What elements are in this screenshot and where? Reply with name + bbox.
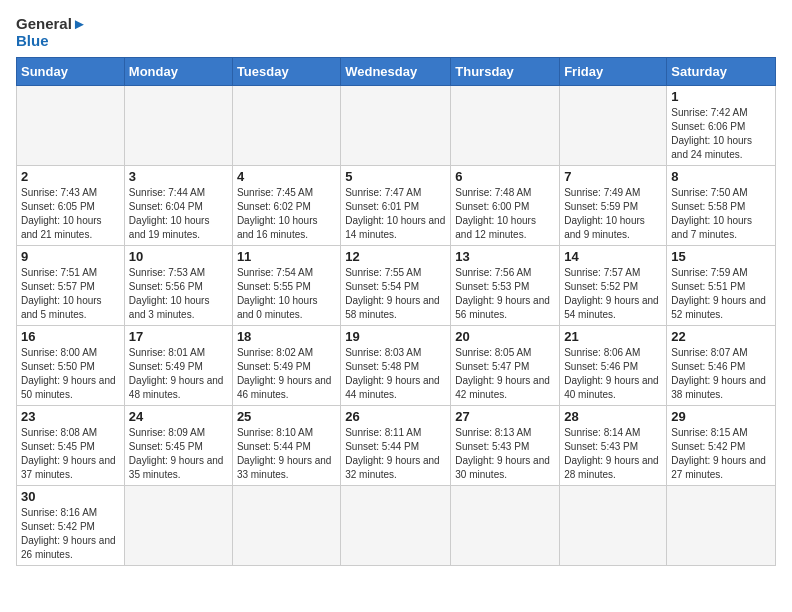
- weekday-header-sunday: Sunday: [17, 58, 125, 86]
- day-info: Sunrise: 7:57 AMSunset: 5:52 PMDaylight:…: [564, 266, 662, 322]
- day-number: 8: [671, 169, 771, 184]
- day-number: 21: [564, 329, 662, 344]
- calendar-cell: 8Sunrise: 7:50 AMSunset: 5:58 PMDaylight…: [667, 166, 776, 246]
- day-info: Sunrise: 7:55 AMSunset: 5:54 PMDaylight:…: [345, 266, 446, 322]
- calendar-cell: 21Sunrise: 8:06 AMSunset: 5:46 PMDayligh…: [560, 326, 667, 406]
- calendar-cell: 17Sunrise: 8:01 AMSunset: 5:49 PMDayligh…: [124, 326, 232, 406]
- calendar-cell: 5Sunrise: 7:47 AMSunset: 6:01 PMDaylight…: [341, 166, 451, 246]
- day-info: Sunrise: 8:01 AMSunset: 5:49 PMDaylight:…: [129, 346, 228, 402]
- calendar-cell: [451, 86, 560, 166]
- day-number: 29: [671, 409, 771, 424]
- day-number: 5: [345, 169, 446, 184]
- day-info: Sunrise: 7:43 AMSunset: 6:05 PMDaylight:…: [21, 186, 120, 242]
- calendar-week-5: 23Sunrise: 8:08 AMSunset: 5:45 PMDayligh…: [17, 406, 776, 486]
- calendar-cell: 2Sunrise: 7:43 AMSunset: 6:05 PMDaylight…: [17, 166, 125, 246]
- calendar-cell: 27Sunrise: 8:13 AMSunset: 5:43 PMDayligh…: [451, 406, 560, 486]
- day-info: Sunrise: 8:02 AMSunset: 5:49 PMDaylight:…: [237, 346, 336, 402]
- day-number: 17: [129, 329, 228, 344]
- calendar-cell: 3Sunrise: 7:44 AMSunset: 6:04 PMDaylight…: [124, 166, 232, 246]
- calendar-cell: 4Sunrise: 7:45 AMSunset: 6:02 PMDaylight…: [232, 166, 340, 246]
- day-number: 12: [345, 249, 446, 264]
- day-number: 4: [237, 169, 336, 184]
- logo-blue-text: Blue: [16, 33, 87, 50]
- logo: General► Blue: [16, 16, 87, 49]
- day-number: 7: [564, 169, 662, 184]
- weekday-header-row: SundayMondayTuesdayWednesdayThursdayFrid…: [17, 58, 776, 86]
- day-number: 27: [455, 409, 555, 424]
- calendar-cell: 1Sunrise: 7:42 AMSunset: 6:06 PMDaylight…: [667, 86, 776, 166]
- day-info: Sunrise: 8:00 AMSunset: 5:50 PMDaylight:…: [21, 346, 120, 402]
- calendar-cell: [560, 486, 667, 566]
- day-number: 30: [21, 489, 120, 504]
- day-number: 22: [671, 329, 771, 344]
- day-info: Sunrise: 8:08 AMSunset: 5:45 PMDaylight:…: [21, 426, 120, 482]
- calendar-week-6: 30Sunrise: 8:16 AMSunset: 5:42 PMDayligh…: [17, 486, 776, 566]
- calendar-cell: 29Sunrise: 8:15 AMSunset: 5:42 PMDayligh…: [667, 406, 776, 486]
- day-number: 9: [21, 249, 120, 264]
- calendar-week-3: 9Sunrise: 7:51 AMSunset: 5:57 PMDaylight…: [17, 246, 776, 326]
- weekday-header-monday: Monday: [124, 58, 232, 86]
- calendar-cell: [667, 486, 776, 566]
- calendar-week-1: 1Sunrise: 7:42 AMSunset: 6:06 PMDaylight…: [17, 86, 776, 166]
- day-info: Sunrise: 7:50 AMSunset: 5:58 PMDaylight:…: [671, 186, 771, 242]
- calendar-cell: 24Sunrise: 8:09 AMSunset: 5:45 PMDayligh…: [124, 406, 232, 486]
- calendar-cell: 30Sunrise: 8:16 AMSunset: 5:42 PMDayligh…: [17, 486, 125, 566]
- day-number: 10: [129, 249, 228, 264]
- day-number: 13: [455, 249, 555, 264]
- day-info: Sunrise: 8:14 AMSunset: 5:43 PMDaylight:…: [564, 426, 662, 482]
- day-info: Sunrise: 8:16 AMSunset: 5:42 PMDaylight:…: [21, 506, 120, 562]
- day-info: Sunrise: 7:56 AMSunset: 5:53 PMDaylight:…: [455, 266, 555, 322]
- weekday-header-saturday: Saturday: [667, 58, 776, 86]
- calendar-cell: 26Sunrise: 8:11 AMSunset: 5:44 PMDayligh…: [341, 406, 451, 486]
- day-info: Sunrise: 7:44 AMSunset: 6:04 PMDaylight:…: [129, 186, 228, 242]
- day-info: Sunrise: 8:07 AMSunset: 5:46 PMDaylight:…: [671, 346, 771, 402]
- calendar-cell: [232, 486, 340, 566]
- day-info: Sunrise: 7:42 AMSunset: 6:06 PMDaylight:…: [671, 106, 771, 162]
- day-info: Sunrise: 8:10 AMSunset: 5:44 PMDaylight:…: [237, 426, 336, 482]
- calendar-cell: 22Sunrise: 8:07 AMSunset: 5:46 PMDayligh…: [667, 326, 776, 406]
- day-number: 26: [345, 409, 446, 424]
- day-number: 14: [564, 249, 662, 264]
- day-info: Sunrise: 7:59 AMSunset: 5:51 PMDaylight:…: [671, 266, 771, 322]
- calendar-cell: 18Sunrise: 8:02 AMSunset: 5:49 PMDayligh…: [232, 326, 340, 406]
- day-info: Sunrise: 7:48 AMSunset: 6:00 PMDaylight:…: [455, 186, 555, 242]
- logo-blue: ►: [72, 15, 87, 32]
- logo: General► Blue: [16, 16, 87, 49]
- calendar-cell: 11Sunrise: 7:54 AMSunset: 5:55 PMDayligh…: [232, 246, 340, 326]
- day-number: 24: [129, 409, 228, 424]
- day-info: Sunrise: 8:13 AMSunset: 5:43 PMDaylight:…: [455, 426, 555, 482]
- day-number: 1: [671, 89, 771, 104]
- calendar-cell: 15Sunrise: 7:59 AMSunset: 5:51 PMDayligh…: [667, 246, 776, 326]
- weekday-header-thursday: Thursday: [451, 58, 560, 86]
- day-info: Sunrise: 7:49 AMSunset: 5:59 PMDaylight:…: [564, 186, 662, 242]
- day-number: 11: [237, 249, 336, 264]
- day-info: Sunrise: 8:06 AMSunset: 5:46 PMDaylight:…: [564, 346, 662, 402]
- calendar-cell: [560, 86, 667, 166]
- calendar-cell: [341, 86, 451, 166]
- calendar-cell: 7Sunrise: 7:49 AMSunset: 5:59 PMDaylight…: [560, 166, 667, 246]
- day-info: Sunrise: 8:09 AMSunset: 5:45 PMDaylight:…: [129, 426, 228, 482]
- calendar-cell: 20Sunrise: 8:05 AMSunset: 5:47 PMDayligh…: [451, 326, 560, 406]
- day-number: 15: [671, 249, 771, 264]
- calendar-cell: 10Sunrise: 7:53 AMSunset: 5:56 PMDayligh…: [124, 246, 232, 326]
- day-info: Sunrise: 8:03 AMSunset: 5:48 PMDaylight:…: [345, 346, 446, 402]
- day-info: Sunrise: 8:15 AMSunset: 5:42 PMDaylight:…: [671, 426, 771, 482]
- day-number: 6: [455, 169, 555, 184]
- calendar-week-2: 2Sunrise: 7:43 AMSunset: 6:05 PMDaylight…: [17, 166, 776, 246]
- calendar-cell: 25Sunrise: 8:10 AMSunset: 5:44 PMDayligh…: [232, 406, 340, 486]
- day-info: Sunrise: 7:45 AMSunset: 6:02 PMDaylight:…: [237, 186, 336, 242]
- day-info: Sunrise: 8:11 AMSunset: 5:44 PMDaylight:…: [345, 426, 446, 482]
- day-number: 3: [129, 169, 228, 184]
- calendar-cell: 6Sunrise: 7:48 AMSunset: 6:00 PMDaylight…: [451, 166, 560, 246]
- calendar-cell: [451, 486, 560, 566]
- calendar-week-4: 16Sunrise: 8:00 AMSunset: 5:50 PMDayligh…: [17, 326, 776, 406]
- calendar-cell: 14Sunrise: 7:57 AMSunset: 5:52 PMDayligh…: [560, 246, 667, 326]
- calendar-cell: [341, 486, 451, 566]
- day-info: Sunrise: 7:54 AMSunset: 5:55 PMDaylight:…: [237, 266, 336, 322]
- calendar-cell: 19Sunrise: 8:03 AMSunset: 5:48 PMDayligh…: [341, 326, 451, 406]
- day-info: Sunrise: 8:05 AMSunset: 5:47 PMDaylight:…: [455, 346, 555, 402]
- day-number: 28: [564, 409, 662, 424]
- calendar-cell: 13Sunrise: 7:56 AMSunset: 5:53 PMDayligh…: [451, 246, 560, 326]
- day-number: 23: [21, 409, 120, 424]
- day-number: 25: [237, 409, 336, 424]
